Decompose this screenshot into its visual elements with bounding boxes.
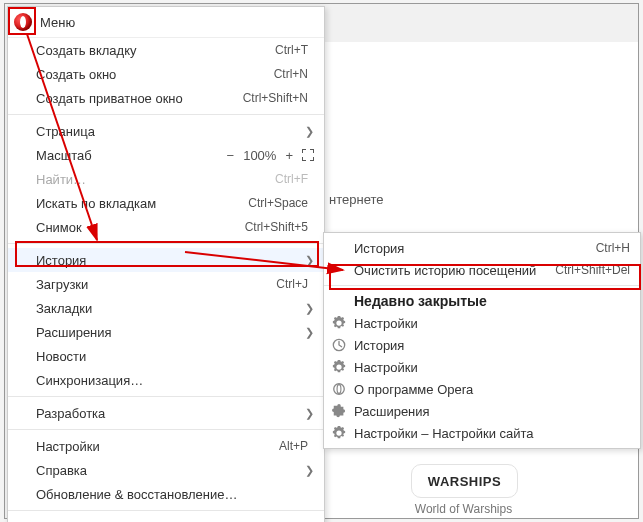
submenu-item-label: Настройки [354,360,630,375]
menu-dev[interactable]: Разработка ❯ [8,401,324,425]
zoom-in-button[interactable]: + [282,148,296,163]
shortcut: Ctrl+Shift+Del [555,263,630,277]
submenu-item-label: О программе Opera [354,382,630,397]
svg-point-1 [334,384,345,395]
history-submenu: История Ctrl+H Очистить историю посещени… [323,232,641,449]
internet-fragment: нтернете [329,192,383,207]
submenu-clear-history[interactable]: Очистить историю посещений Ctrl+Shift+De… [324,259,640,281]
menu-item-label: Закладки [36,301,304,316]
menu-header: Меню [8,7,324,38]
shortcut: Ctrl+Shift+5 [245,220,308,234]
chevron-right-icon: ❯ [304,254,314,267]
separator [8,243,324,244]
submenu-item-label: Настройки – Настройки сайта [354,426,630,441]
submenu-history[interactable]: История Ctrl+H [324,237,640,259]
zoom-value: 100% [243,148,276,163]
recent-closed-heading: Недавно закрытые [324,290,640,312]
menu-item-label: Страница [36,124,304,139]
menu-snapshot[interactable]: Снимок Ctrl+Shift+5 [8,215,324,239]
submenu-item-label: Расширения [354,404,630,419]
shortcut: Ctrl+H [596,241,630,255]
menu-item-label: Новости [36,349,314,364]
chevron-right-icon: ❯ [304,302,314,315]
opera-icon [332,382,346,396]
recent-item[interactable]: О программе Opera [324,378,640,400]
menu-item-label: Настройки [36,439,279,454]
shortcut: Ctrl+Space [248,196,308,210]
menu-history[interactable]: История ❯ [8,248,324,272]
menu-exit[interactable]: Выход из программы Ctrl+Shift+X [8,515,324,522]
separator [8,396,324,397]
shortcut: Ctrl+F [275,172,308,186]
shortcut: Ctrl+J [276,277,308,291]
menu-item-label: Создать приватное окно [36,91,243,106]
menu-settings[interactable]: Настройки Alt+P [8,434,324,458]
menu-item-label: Создать окно [36,67,274,82]
shortcut: Alt+P [279,439,308,453]
separator [8,429,324,430]
gear-icon [332,426,346,440]
menu-downloads[interactable]: Загрузки Ctrl+J [8,272,324,296]
menu-item-label: Синхронизация… [36,373,314,388]
chevron-right-icon: ❯ [304,407,314,420]
menu-help[interactable]: Справка ❯ [8,458,324,482]
recent-item[interactable]: Настройки – Настройки сайта [324,422,640,444]
recent-item[interactable]: Настройки [324,356,640,378]
gear-icon [332,360,346,374]
gear-icon [332,316,346,330]
menu-news[interactable]: Новости [8,344,324,368]
recent-item[interactable]: Настройки [324,312,640,334]
menu-page[interactable]: Страница ❯ [8,119,324,143]
shortcut: Ctrl+T [275,43,308,57]
menu-bookmarks[interactable]: Закладки ❯ [8,296,324,320]
menu-item-label: Создать вкладку [36,43,275,58]
tile-caption: World of Warships [411,502,516,516]
speed-dial-tile[interactable]: WARSHIPS [411,464,518,498]
puzzle-icon [332,404,346,418]
submenu-item-label: История [354,338,630,353]
fullscreen-icon[interactable] [302,149,314,161]
submenu-item-label: История [354,241,596,256]
menu-new-window[interactable]: Создать окно Ctrl+N [8,62,324,86]
shortcut: Ctrl+Shift+N [243,91,308,105]
separator [324,285,640,286]
menu-tab-search[interactable]: Искать по вкладкам Ctrl+Space [8,191,324,215]
tile-logo: WARSHIPS [428,474,501,489]
separator [8,114,324,115]
menu-item-label: Справка [36,463,304,478]
submenu-item-label: Очистить историю посещений [354,263,555,278]
menu-extensions[interactable]: Расширения ❯ [8,320,324,344]
menu-update[interactable]: Обновление & восстановление… [8,482,324,506]
zoom-out-button[interactable]: − [224,148,238,163]
menu-item-label: Расширения [36,325,304,340]
chevron-right-icon: ❯ [304,326,314,339]
svg-point-2 [337,385,341,394]
menu-item-label: Снимок [36,220,245,235]
menu-item-label: Загрузки [36,277,276,292]
chevron-right-icon: ❯ [304,125,314,138]
clock-icon [332,338,346,352]
menu-item-label: Обновление & восстановление… [36,487,314,502]
separator [8,510,324,511]
submenu-item-label: Настройки [354,316,630,331]
shortcut: Ctrl+N [274,67,308,81]
zoom-controls: − 100% + [224,148,314,163]
menu-sync[interactable]: Синхронизация… [8,368,324,392]
recent-item[interactable]: Расширения [324,400,640,422]
menu-title: Меню [40,15,75,30]
main-menu: Меню Создать вкладку Ctrl+T Создать окно… [7,6,325,522]
menu-zoom[interactable]: Масштаб − 100% + [8,143,324,167]
menu-new-private[interactable]: Создать приватное окно Ctrl+Shift+N [8,86,324,110]
menu-item-label: Разработка [36,406,304,421]
menu-item-label: Масштаб [36,148,224,163]
menu-item-label: Найти… [36,172,275,187]
menu-item-label: История [36,253,304,268]
recent-item[interactable]: История [324,334,640,356]
menu-find[interactable]: Найти… Ctrl+F [8,167,324,191]
opera-logo-icon[interactable] [14,13,32,31]
menu-new-tab[interactable]: Создать вкладку Ctrl+T [8,38,324,62]
menu-item-label: Искать по вкладкам [36,196,248,211]
chevron-right-icon: ❯ [304,464,314,477]
